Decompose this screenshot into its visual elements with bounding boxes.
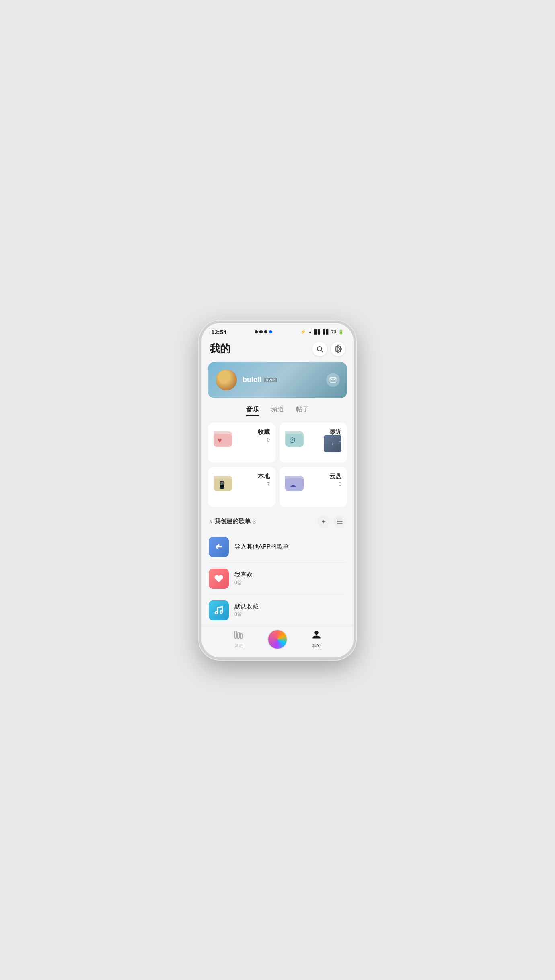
- search-icon: [316, 345, 323, 353]
- default-sub: 0首: [234, 611, 346, 618]
- signal-icon-1: ▋▋: [314, 329, 321, 335]
- dot-2: [259, 330, 263, 333]
- page-title: 我的: [210, 342, 230, 356]
- import-thumb: [209, 537, 229, 557]
- status-time: 12:54: [211, 329, 226, 335]
- card-recent-count: 1: [329, 437, 341, 443]
- card-cloud-count: 0: [329, 481, 341, 487]
- card-favorites-label: 收藏: [258, 428, 270, 436]
- liked-sub: 0首: [234, 579, 346, 586]
- notch-area: [255, 330, 272, 333]
- username: bulell: [243, 376, 261, 384]
- nav-my[interactable]: 我的: [288, 630, 345, 649]
- settings-button[interactable]: [331, 342, 345, 356]
- manage-playlists-button[interactable]: [333, 515, 346, 528]
- app-content: 我的: [201, 338, 354, 626]
- header-icons: [312, 342, 345, 356]
- mail-icon: [329, 376, 337, 384]
- card-recent-label: 最近: [329, 428, 341, 436]
- signal-icon-2: ▋▋: [323, 329, 329, 335]
- tab-channel[interactable]: 频道: [271, 405, 284, 416]
- card-favorites[interactable]: ♥ 收藏 0: [208, 423, 275, 463]
- playlist-item-import[interactable]: 导入其他APP的歌单: [201, 533, 354, 561]
- music-note-icon: [214, 606, 224, 615]
- playlist-item-default[interactable]: 默认收藏 0首: [201, 596, 354, 625]
- battery-level: 70: [331, 329, 336, 334]
- section-header-playlists: ∧ 我创建的歌单 3 +: [201, 512, 354, 533]
- battery-icon-text: 🔋: [338, 329, 344, 335]
- status-bar: 12:54 ⚡ ▲ ▋▋ ▋▋ 70 🔋: [201, 323, 354, 338]
- chevron-down-icon: ∧: [209, 519, 212, 524]
- avatar: [216, 370, 237, 390]
- bottom-nav: 发现 我的: [201, 626, 354, 657]
- list-icon: [337, 518, 343, 525]
- heart-icon: [214, 574, 224, 583]
- tabs-row: 音乐 频道 帖子: [201, 398, 354, 420]
- svg-rect-9: [235, 631, 236, 638]
- section-title-text: 我创建的歌单: [214, 518, 251, 525]
- gear-icon: [335, 345, 342, 353]
- import-icon: [214, 542, 224, 552]
- section-actions: +: [317, 515, 346, 528]
- my-label: 我的: [312, 643, 321, 649]
- svg-rect-10: [238, 633, 239, 638]
- card-local-label: 本地: [258, 473, 270, 480]
- card-favorites-count: 0: [258, 437, 270, 443]
- svg-line-1: [321, 350, 323, 352]
- import-info: 导入其他APP的歌单: [234, 543, 346, 551]
- liked-info: 我喜欢 0首: [234, 571, 346, 586]
- discover-icon: [234, 630, 243, 642]
- default-info: 默认收藏 0首: [234, 603, 346, 618]
- my-icon: [312, 630, 321, 642]
- dot-1: [255, 330, 258, 333]
- svip-badge: SVIP: [264, 378, 277, 382]
- dot-4: [269, 330, 272, 333]
- card-cloud-label: 云盘: [329, 473, 341, 480]
- music-cards-grid: ♥ 收藏 0 ⏱ ♪: [201, 420, 354, 512]
- import-name: 导入其他APP的歌单: [234, 543, 346, 551]
- profile-info: bulell SVIP: [243, 376, 277, 384]
- nav-discover[interactable]: 发现: [210, 630, 267, 649]
- section-title: ∧ 我创建的歌单 3: [209, 518, 256, 525]
- card-local[interactable]: 📱 本地 7: [208, 467, 275, 507]
- dot-3: [264, 330, 267, 333]
- default-name: 默认收藏: [234, 603, 346, 610]
- playlist-item-liked[interactable]: 我喜欢 0首: [201, 565, 354, 593]
- album-art: [267, 629, 288, 649]
- tab-posts[interactable]: 帖子: [296, 405, 309, 416]
- liked-thumb: [209, 569, 229, 589]
- card-local-count: 7: [258, 481, 270, 487]
- svg-point-8: [220, 611, 222, 613]
- default-thumb: [209, 600, 229, 620]
- profile-banner[interactable]: bulell SVIP: [208, 362, 347, 398]
- now-playing-button[interactable]: [267, 629, 288, 649]
- add-playlist-button[interactable]: +: [317, 515, 330, 528]
- playlist-count: 3: [253, 518, 256, 525]
- search-button[interactable]: [312, 342, 327, 356]
- divider-2: [209, 594, 346, 595]
- app-header: 我的: [201, 338, 354, 360]
- profile-name-row: bulell SVIP: [243, 376, 277, 384]
- liked-name: 我喜欢: [234, 571, 346, 579]
- discover-label: 发现: [234, 643, 243, 649]
- card-recent[interactable]: ⏱ ♪ 最近 1: [280, 423, 347, 463]
- tab-music[interactable]: 音乐: [246, 405, 259, 416]
- svg-rect-11: [240, 634, 242, 638]
- bluetooth-icon: ⚡: [300, 329, 306, 335]
- status-icons: ⚡ ▲ ▋▋ ▋▋ 70 🔋: [300, 329, 344, 335]
- divider-1: [209, 563, 346, 563]
- wifi-icon: ▲: [308, 329, 312, 334]
- message-button[interactable]: [326, 373, 340, 387]
- card-cloud[interactable]: ☁ 云盘 0: [280, 467, 347, 507]
- svg-point-7: [215, 612, 218, 614]
- nav-center[interactable]: [267, 629, 288, 649]
- plus-icon: +: [322, 518, 325, 525]
